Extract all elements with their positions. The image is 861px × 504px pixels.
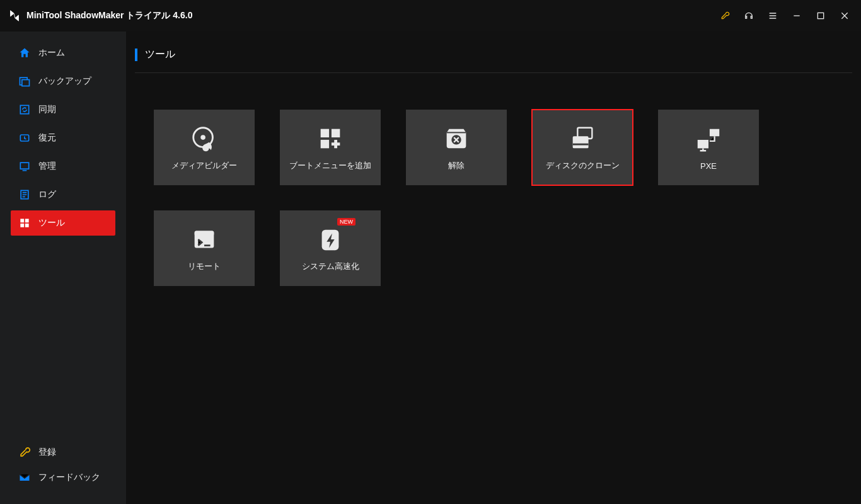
grid-plus-icon (316, 123, 345, 154)
tool-label: ブートメニューを追加 (289, 160, 371, 171)
tool-disk-clone[interactable]: ディスクのクローン (532, 110, 633, 185)
disk-clone-icon (568, 123, 597, 154)
svg-rect-2 (22, 80, 30, 86)
log-icon (18, 188, 31, 201)
sidebar-item-label: ホーム (38, 47, 65, 59)
sidebar-item-label: 復元 (38, 132, 56, 144)
tool-label: リモート (188, 261, 221, 272)
sidebar-item-tools[interactable]: ツール (11, 210, 115, 236)
sidebar-bottom: 登録 フィードバック (0, 435, 126, 504)
svg-rect-7 (20, 219, 24, 222)
svg-rect-22 (698, 140, 708, 148)
header-accent-bar (135, 49, 137, 61)
svg-rect-9 (20, 224, 24, 227)
new-badge: NEW (337, 218, 355, 226)
sidebar-item-label: 管理 (38, 161, 56, 172)
key-icon[interactable] (716, 7, 734, 25)
network-icon (694, 125, 723, 155)
manage-icon (18, 160, 31, 173)
sync-icon (18, 103, 31, 116)
minimize-icon[interactable] (788, 7, 806, 25)
main-content: ツール メディアビルダー ブートメニューを追加 解除 (126, 32, 861, 504)
key-icon (18, 446, 31, 459)
tool-label: ディスクのクローン (546, 160, 620, 171)
svg-rect-0 (818, 13, 823, 18)
svg-rect-15 (332, 129, 340, 137)
sidebar-item-log[interactable]: ログ (11, 182, 115, 207)
sidebar-item-manage[interactable]: 管理 (11, 154, 115, 179)
sidebar-item-label: 同期 (38, 104, 56, 115)
tool-grid: メディアビルダー ブートメニューを追加 解除 ディスクのクローン (135, 110, 852, 286)
svg-rect-8 (25, 219, 29, 222)
tool-label: 解除 (448, 160, 465, 171)
close-icon[interactable] (836, 7, 853, 25)
backup-icon (18, 75, 31, 88)
page-title: ツール (145, 48, 175, 61)
maximize-icon[interactable] (812, 7, 829, 25)
sidebar-item-feedback[interactable]: フィードバック (11, 465, 115, 490)
svg-rect-20 (573, 144, 589, 146)
app-logo-icon (8, 9, 21, 23)
tool-remote[interactable]: リモート (154, 210, 255, 286)
sidebar-item-label: バックアップ (38, 76, 91, 87)
sidebar-item-backup[interactable]: バックアップ (11, 69, 115, 94)
tool-label: PXE (700, 161, 717, 171)
tools-icon (18, 217, 31, 229)
sidebar-item-register[interactable]: 登録 (11, 440, 115, 465)
headset-icon[interactable] (740, 7, 758, 25)
sidebar-item-label: フィードバック (38, 472, 100, 483)
tool-media-builder[interactable]: メディアビルダー (154, 110, 255, 185)
svg-rect-24 (195, 231, 214, 236)
menu-icon[interactable] (764, 7, 782, 25)
sidebar: ホーム バックアップ 同期 復元 (0, 32, 126, 504)
home-icon (18, 47, 31, 59)
app-title: MiniTool ShadowMaker トライアル 4.6.0 (26, 10, 192, 21)
box-x-icon (442, 123, 471, 154)
sidebar-item-label: ログ (38, 189, 56, 200)
svg-rect-14 (321, 129, 329, 137)
svg-point-13 (200, 135, 205, 140)
tool-label: システム高速化 (302, 261, 359, 272)
nav-list: ホーム バックアップ 同期 復元 (0, 40, 126, 435)
speed-icon (316, 224, 345, 255)
sidebar-item-sync[interactable]: 同期 (11, 97, 115, 122)
sidebar-item-home[interactable]: ホーム (11, 40, 115, 66)
tool-label: メディアビルダー (171, 160, 237, 171)
page-header: ツール (135, 48, 852, 73)
tool-add-boot-menu[interactable]: ブートメニューを追加 (280, 110, 381, 185)
svg-rect-5 (20, 163, 28, 169)
mail-icon (18, 471, 31, 484)
restore-icon (18, 132, 31, 144)
svg-rect-16 (321, 140, 329, 148)
terminal-icon (190, 224, 219, 255)
sidebar-item-label: ツール (38, 217, 65, 229)
disc-fire-icon (190, 123, 219, 154)
tool-system-speedup[interactable]: NEW システム高速化 (280, 210, 381, 286)
svg-rect-10 (25, 224, 29, 227)
sidebar-item-restore[interactable]: 復元 (11, 125, 115, 151)
tool-unlock[interactable]: 解除 (406, 110, 507, 185)
titlebar: MiniTool ShadowMaker トライアル 4.6.0 (0, 0, 861, 32)
sidebar-item-label: 登録 (38, 447, 56, 458)
svg-rect-3 (20, 105, 28, 113)
svg-rect-19 (573, 136, 589, 148)
tool-pxe[interactable]: PXE (658, 110, 759, 185)
svg-rect-21 (710, 129, 719, 136)
